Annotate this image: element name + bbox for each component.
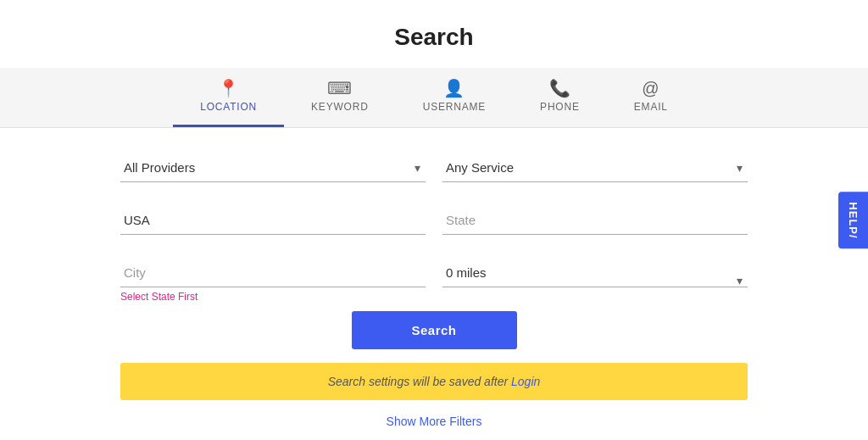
login-link[interactable]: Login xyxy=(511,375,540,388)
provider-select[interactable]: All Providers xyxy=(120,153,426,182)
tab-phone[interactable]: 📞 PHONE xyxy=(513,68,607,127)
location-icon: 📍 xyxy=(218,80,240,97)
tab-phone-label: PHONE xyxy=(540,101,580,113)
email-icon: @ xyxy=(642,80,659,97)
search-form: All Providers Any Service Select State F… xyxy=(103,128,765,440)
tab-location[interactable]: 📍 LOCATION xyxy=(173,68,284,127)
tab-keyword[interactable]: ⌨ KEYWORD xyxy=(284,68,396,127)
tab-location-label: LOCATION xyxy=(200,101,257,113)
provider-service-row: All Providers Any Service xyxy=(120,153,748,182)
tab-keyword-label: KEYWORD xyxy=(311,101,369,113)
info-banner: Search settings will be saved after Logi… xyxy=(120,363,748,400)
help-button[interactable]: HELP/ xyxy=(838,192,868,248)
search-button[interactable]: Search xyxy=(352,311,517,349)
show-more-row: Show More Filters xyxy=(120,414,748,429)
username-icon: 👤 xyxy=(443,80,465,97)
country-field xyxy=(120,206,426,235)
city-error: Select State First xyxy=(120,291,426,303)
tab-email-label: EMAIL xyxy=(634,101,668,113)
tab-username-label: USERNAME xyxy=(423,101,486,113)
distance-field: 0 miles 5 miles 10 miles 25 miles 50 mil… xyxy=(442,259,748,303)
info-text: Search settings will be saved after xyxy=(328,375,511,388)
city-distance-row: Select State First 0 miles 5 miles 10 mi… xyxy=(120,259,748,303)
tab-email[interactable]: @ EMAIL xyxy=(607,68,695,127)
page-title: Search xyxy=(0,24,868,51)
tab-bar: 📍 LOCATION ⌨ KEYWORD 👤 USERNAME 📞 PHONE … xyxy=(0,68,868,128)
distance-select[interactable]: 0 miles 5 miles 10 miles 25 miles 50 mil… xyxy=(442,259,748,287)
provider-field: All Providers xyxy=(120,153,426,182)
service-select[interactable]: Any Service xyxy=(442,153,748,182)
keyword-icon: ⌨ xyxy=(327,80,353,97)
phone-icon: 📞 xyxy=(549,80,571,97)
state-field xyxy=(442,206,748,235)
city-field: Select State First xyxy=(120,259,426,303)
country-input[interactable] xyxy=(120,206,426,235)
search-button-row: Search xyxy=(120,311,748,349)
tab-username[interactable]: 👤 USERNAME xyxy=(396,68,513,127)
page-header: Search xyxy=(0,0,868,68)
state-input[interactable] xyxy=(442,206,748,235)
service-field: Any Service xyxy=(442,153,748,182)
city-input[interactable] xyxy=(120,259,426,287)
show-more-filters-link[interactable]: Show More Filters xyxy=(387,415,482,428)
country-state-row xyxy=(120,206,748,235)
